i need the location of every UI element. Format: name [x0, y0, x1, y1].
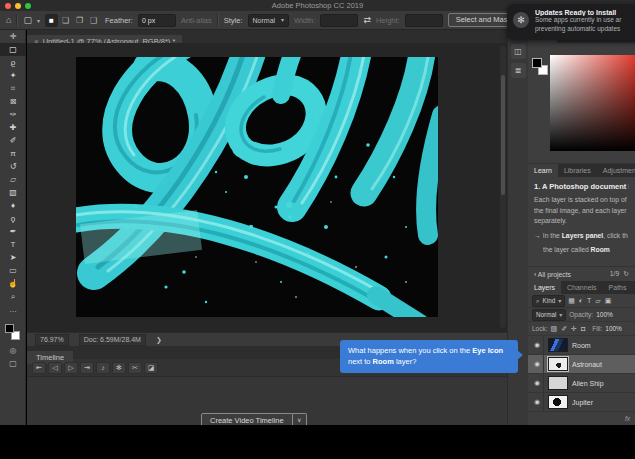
quick-selection-tool[interactable]: ✦ — [0, 69, 26, 82]
edit-toolbar-button[interactable]: … — [0, 303, 26, 316]
height-input[interactable] — [405, 14, 443, 27]
eyedropper-tool[interactable]: ✑ — [0, 108, 26, 121]
status-expand-icon[interactable]: ❯ — [156, 336, 162, 344]
dodge-tool[interactable]: ϙ — [0, 212, 26, 225]
zoom-level-field[interactable]: 76.97% — [35, 334, 69, 346]
tool-preset-caret-icon[interactable]: ▾ — [37, 17, 40, 24]
all-projects-back-button[interactable]: ‹ All projects — [534, 271, 571, 278]
eraser-tool[interactable]: ▱ — [0, 173, 26, 186]
tab-libraries[interactable]: Libraries — [558, 164, 597, 177]
move-tool[interactable]: ✛ — [0, 30, 26, 43]
zoom-window-button[interactable] — [25, 3, 31, 9]
filter-kind-label: Kind — [543, 296, 556, 306]
layer-row-alien-ship[interactable]: ◉Alien Ship — [528, 374, 635, 393]
healing-brush-tool[interactable]: ✚ — [0, 121, 26, 134]
layer-thumbnail[interactable] — [548, 376, 568, 390]
layer-thumbnail[interactable] — [548, 357, 568, 371]
canvas-vertical-scrollbar[interactable] — [500, 45, 506, 328]
style-select[interactable]: Normal ▾ — [248, 14, 290, 27]
swap-dimensions-icon[interactable]: ⇄ — [363, 15, 371, 25]
lasso-tool[interactable]: ϱ — [0, 56, 26, 69]
home-icon[interactable]: ⌂ — [6, 15, 11, 25]
hand-tool[interactable]: ☝ — [0, 277, 26, 290]
blend-mode-value: Normal — [536, 310, 556, 320]
tab-learn[interactable]: Learn — [528, 164, 558, 177]
tab-channels[interactable]: Channels — [561, 281, 603, 294]
layer-thumbnail[interactable] — [548, 395, 568, 409]
close-window-button[interactable] — [5, 3, 11, 9]
rectangular-marquee-tool[interactable]: ▢ — [0, 43, 26, 56]
mute-audio-button[interactable]: ♪ — [96, 362, 110, 374]
rectangle-tool[interactable]: ▭ — [0, 264, 26, 277]
replay-icon[interactable]: ↻ — [623, 270, 629, 278]
next-frame-button[interactable]: ⇥ — [80, 362, 94, 374]
history-brush-tool[interactable]: ↺ — [0, 160, 26, 173]
color-panel-body — [528, 43, 635, 164]
gradient-tool[interactable]: ▧ — [0, 186, 26, 199]
layer-row-room[interactable]: ◉Room — [528, 336, 635, 355]
lock-transparent-pixels-icon[interactable]: ▨ — [551, 325, 558, 333]
minimize-window-button[interactable] — [15, 3, 21, 9]
color-picker-gradient[interactable] — [550, 55, 635, 151]
eye-icon[interactable]: ◉ — [531, 355, 544, 373]
docked-panel-properties[interactable]: ≣ — [511, 63, 526, 78]
learn-panel-footer: ‹ All projects 1/9↻ — [528, 266, 635, 281]
foreground-color-swatch[interactable] — [532, 58, 542, 68]
tab-paths[interactable]: Paths — [603, 281, 633, 294]
new-selection-button[interactable]: ■ — [45, 14, 58, 27]
layer-filter-select[interactable]: ⌕ Kind ▾ — [532, 295, 565, 307]
pen-tool[interactable]: ✒ — [0, 225, 26, 238]
tab-adjustments[interactable]: Adjustments — [597, 164, 635, 177]
brush-tool[interactable]: ✐ — [0, 134, 26, 147]
eye-icon[interactable]: ◉ — [531, 336, 544, 354]
system-notification[interactable]: ✻ Updates Ready to Install Some apps cur… — [507, 4, 635, 40]
frame-tool[interactable]: ⊠ — [0, 95, 26, 108]
feather-input[interactable]: 0 px — [138, 14, 176, 27]
feather-label: Feather: — [105, 16, 133, 25]
opacity-value[interactable]: 100% — [596, 311, 613, 318]
lock-image-pixels-icon[interactable]: ✐ — [561, 325, 567, 333]
lock-position-icon[interactable]: ✛ — [571, 325, 577, 333]
foreground-color-swatch[interactable] — [5, 324, 14, 333]
eye-icon[interactable]: ◉ — [531, 393, 544, 411]
play-button[interactable]: ▷ — [64, 362, 78, 374]
width-input[interactable] — [320, 14, 358, 27]
filter-adjustment-layers-icon[interactable]: ◐ — [579, 297, 583, 304]
intersect-selection-button[interactable]: ❑ — [87, 14, 100, 27]
fx-icon[interactable]: fx — [625, 415, 630, 422]
clone-stamp-tool[interactable]: π — [0, 147, 26, 160]
timeline-settings-button[interactable]: ✻ — [112, 362, 126, 374]
split-at-playhead-button[interactable]: ✂ — [128, 362, 142, 374]
screen-mode-button[interactable]: ▢ — [0, 357, 26, 370]
type-tool[interactable]: T — [0, 238, 26, 251]
layer-thumbnail[interactable] — [548, 338, 568, 352]
quick-mask-button[interactable]: ◎ — [0, 344, 26, 357]
docked-panel-history[interactable]: ◫ — [511, 44, 526, 59]
go-to-first-frame-button[interactable]: ⇤ — [32, 362, 46, 374]
tab-layers[interactable]: Layers — [528, 281, 561, 294]
scrollbar-thumb[interactable] — [501, 75, 505, 195]
layer-row-jupiter[interactable]: ◉Jupiter — [528, 393, 635, 412]
crop-tool[interactable]: ⌗ — [0, 82, 26, 95]
layer-row-astronaut[interactable]: ◉Astronaut — [528, 355, 635, 374]
eyedropper-tool-icon: ✑ — [10, 110, 17, 119]
filter-type-layers-icon[interactable]: T — [587, 297, 591, 304]
filter-shape-layers-icon[interactable]: ▱ — [595, 297, 600, 305]
transition-button[interactable]: ◪ — [144, 362, 158, 374]
subtract-from-selection-button[interactable]: ❐ — [73, 14, 86, 27]
path-selection-tool[interactable]: ➤ — [0, 251, 26, 264]
previous-frame-button[interactable]: ◁ — [48, 362, 62, 374]
blend-mode-select[interactable]: Normal ▾ — [532, 309, 566, 321]
marquee-tool-preset-icon[interactable]: ▢ — [23, 15, 32, 25]
learn-instruction-line2: the layer called Room — [534, 245, 629, 256]
filter-smart-objects-icon[interactable]: ▣ — [605, 297, 612, 305]
eye-icon[interactable]: ◉ — [531, 374, 544, 392]
blur-tool[interactable]: ♦ — [0, 199, 26, 212]
filter-pixel-layers-icon[interactable]: ▦ — [568, 297, 575, 305]
intersect-selection-button-icon: ❑ — [90, 16, 97, 25]
fill-value[interactable]: 100% — [605, 325, 622, 332]
zoom-tool[interactable]: ⌕ — [0, 290, 26, 303]
canvas-area[interactable] — [27, 43, 507, 332]
add-to-selection-button[interactable]: ❏ — [59, 14, 72, 27]
lock-all-icon[interactable]: ◘ — [581, 325, 585, 332]
